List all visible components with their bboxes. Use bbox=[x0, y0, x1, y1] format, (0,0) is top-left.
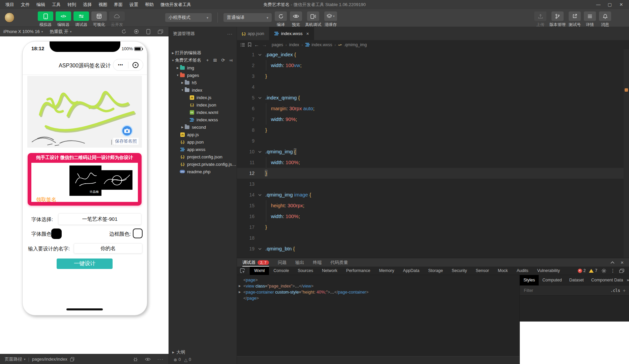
page-path-label[interactable]: 页面路径 bbox=[0, 356, 22, 362]
breadcrumb-index[interactable]: index bbox=[289, 42, 299, 47]
devtools-settings-gear-icon[interactable] bbox=[601, 268, 606, 273]
debugger-tab-问题[interactable]: 问题 bbox=[278, 258, 287, 267]
minimize-icon[interactable]: — bbox=[593, 0, 604, 9]
more-options-icon[interactable]: ··· bbox=[157, 357, 164, 362]
fold-chevron-icon[interactable] bbox=[257, 49, 263, 60]
devtools-tab-Storage[interactable]: Storage bbox=[424, 267, 447, 275]
code-line-4[interactable]: 4 bbox=[237, 82, 629, 92]
new-folder-icon[interactable]: ⊞ bbox=[213, 58, 217, 63]
breadcrumb-pages[interactable]: pages bbox=[272, 42, 283, 47]
code-line-13[interactable]: 13 bbox=[237, 179, 629, 189]
more-menu-icon[interactable]: ••• bbox=[113, 63, 128, 67]
border-color-swatch[interactable] bbox=[133, 229, 143, 238]
bookmark-icon[interactable] bbox=[248, 42, 251, 47]
close-icon[interactable]: ✕ bbox=[616, 0, 627, 9]
exit-target-icon[interactable] bbox=[128, 62, 143, 68]
forward-icon[interactable]: → bbox=[262, 42, 267, 48]
devtools-tab-Performance[interactable]: Performance bbox=[342, 267, 375, 275]
vconsole-bug-icon[interactable] bbox=[133, 357, 138, 362]
hot-reload-toggle[interactable]: 热重载 开▾ bbox=[46, 29, 75, 35]
add-rule-icon[interactable]: + bbox=[623, 288, 626, 293]
fold-chevron-icon[interactable] bbox=[257, 146, 263, 157]
action-版本管理[interactable]: 版本管理 bbox=[549, 11, 566, 28]
editor-scrollbar[interactable] bbox=[624, 49, 629, 258]
problem-counts[interactable]: ⊗ 0 △ 0 bbox=[169, 356, 237, 363]
font-select-input[interactable]: 一笔艺术签-901 bbox=[58, 213, 141, 225]
menu-item-选择[interactable]: 选择 bbox=[80, 1, 94, 9]
eye-icon[interactable] bbox=[145, 357, 151, 361]
action-预览[interactable]: 预览 bbox=[290, 11, 302, 28]
devtools-tab-Network[interactable]: Network bbox=[318, 267, 342, 275]
toggle-调试器[interactable]: 调试器 bbox=[73, 11, 89, 28]
tree-item-index.wxml[interactable]: <>index.wxml bbox=[169, 109, 237, 116]
collapse-all-icon[interactable]: ⫤ bbox=[229, 58, 233, 63]
menu-item-设置[interactable]: 设置 bbox=[127, 1, 141, 9]
debugger-tab-终端[interactable]: 终端 bbox=[313, 258, 322, 267]
action-真机调试[interactable]: 真机调试 bbox=[305, 11, 321, 28]
styles-tab-Dataset[interactable]: Dataset bbox=[566, 275, 588, 285]
record-icon[interactable] bbox=[134, 29, 139, 34]
action-详情[interactable]: 详情 bbox=[584, 11, 596, 28]
code-line-12[interactable]: 12} bbox=[237, 168, 629, 179]
styles-tab-Styles[interactable]: Styles bbox=[520, 275, 539, 285]
reload-icon[interactable] bbox=[121, 29, 126, 34]
devtools-dock-icon[interactable] bbox=[619, 269, 624, 273]
toggle-云开发[interactable]: 云开发 bbox=[109, 11, 125, 28]
code-content[interactable]: 1.page_index {2 width: 100vw;3}45.index_… bbox=[237, 49, 629, 258]
camera-icon[interactable] bbox=[121, 125, 133, 136]
maximize-icon[interactable]: ▢ bbox=[604, 0, 616, 9]
collapse-panel-icon[interactable] bbox=[610, 261, 615, 264]
styles-filter-input[interactable] bbox=[523, 288, 608, 293]
code-line-1[interactable]: 1.page_index { bbox=[237, 49, 629, 60]
devtools-tab-AppData[interactable]: AppData bbox=[399, 267, 424, 275]
debugger-tab-输出[interactable]: 输出 bbox=[295, 258, 304, 267]
styles-tabs-overflow-icon[interactable]: » bbox=[627, 278, 629, 282]
tree-item-second[interactable]: ▶second bbox=[169, 123, 237, 131]
devtools-kebab-icon[interactable]: ⋮ bbox=[610, 268, 615, 273]
code-line-3[interactable]: 3} bbox=[237, 71, 629, 82]
menu-item-工具[interactable]: 工具 bbox=[49, 1, 63, 9]
devtools-tab-Console[interactable]: Console bbox=[269, 267, 293, 275]
wxml-node-3[interactable]: </page> bbox=[237, 295, 519, 301]
wxml-expand-icon[interactable]: ▶ bbox=[239, 289, 241, 295]
menu-item-文件[interactable]: 文件 bbox=[18, 1, 32, 9]
devtools-tab-Security[interactable]: Security bbox=[447, 267, 471, 275]
close-tab-icon[interactable]: × bbox=[306, 31, 309, 36]
styles-tab-Component Data[interactable]: Component Data bbox=[588, 275, 627, 285]
code-line-6[interactable]: 6 margin: 30rpx auto; bbox=[237, 103, 629, 114]
code-line-5[interactable]: 5.index_qmimg { bbox=[237, 92, 629, 103]
device-select[interactable]: iPhone X 100% 16▾ bbox=[0, 29, 46, 34]
menu-item-帮助[interactable]: 帮助 bbox=[142, 1, 156, 9]
console-problem-counts[interactable]: ✕2 7 bbox=[578, 268, 597, 273]
multi-window-icon[interactable] bbox=[158, 29, 163, 34]
breadcrumb-.qmimg_img[interactable]: .qmimg_img bbox=[338, 42, 367, 47]
toggle-编辑器[interactable]: </>编辑器 bbox=[56, 11, 71, 28]
menu-item-编辑[interactable]: 编辑 bbox=[34, 1, 48, 9]
tree-item-index.js[interactable]: JSindex.js bbox=[169, 94, 237, 101]
devtools-tab-Mock[interactable]: Mock bbox=[493, 267, 512, 275]
copy-path-icon[interactable] bbox=[70, 357, 74, 362]
menu-item-界面[interactable]: 界面 bbox=[111, 1, 125, 9]
devtools-tab-Wxml[interactable]: Wxml bbox=[250, 267, 269, 275]
fold-chevron-icon[interactable] bbox=[257, 243, 263, 254]
tree-item-app.js[interactable]: JSapp.js bbox=[169, 131, 237, 138]
tree-item-免费艺术签名[interactable]: ▼免费艺术签名+⊞⟳⫤ bbox=[169, 57, 237, 64]
action-测试号[interactable]: 测试号 bbox=[569, 11, 581, 28]
code-line-11[interactable]: 11 width: 100%; bbox=[237, 157, 629, 168]
tree-item-project.config.json[interactable]: {..}project.config.json bbox=[169, 153, 237, 160]
refresh-icon[interactable]: ⟳ bbox=[221, 58, 225, 63]
design-button[interactable]: 一键设计 bbox=[57, 259, 113, 269]
debugger-tab-代码质量[interactable]: 代码质量 bbox=[330, 258, 348, 267]
toggle-可视化[interactable]: 可视化 bbox=[91, 11, 107, 28]
new-file-icon[interactable]: + bbox=[206, 58, 209, 63]
code-line-15[interactable]: 15 height: 300rpx; bbox=[237, 200, 629, 211]
tree-item-打开的编辑器[interactable]: ▶打开的编辑器 bbox=[169, 49, 237, 57]
devtools-tab-Vulnerability[interactable]: Vulnerability bbox=[533, 267, 564, 275]
tree-item-index.json[interactable]: {..}index.json bbox=[169, 101, 237, 109]
breadcrumb-index.wxss[interactable]: index.wxss bbox=[305, 42, 332, 47]
device-frame-icon[interactable] bbox=[146, 29, 150, 34]
explorer-more-icon[interactable]: ··· bbox=[227, 31, 233, 36]
code-line-19[interactable]: 19.qmimg_btn { bbox=[237, 243, 629, 254]
tree-item-project.private.config.js…[interactable]: {..}project.private.config.js… bbox=[169, 160, 237, 168]
code-line-8[interactable]: 8} bbox=[237, 125, 629, 135]
